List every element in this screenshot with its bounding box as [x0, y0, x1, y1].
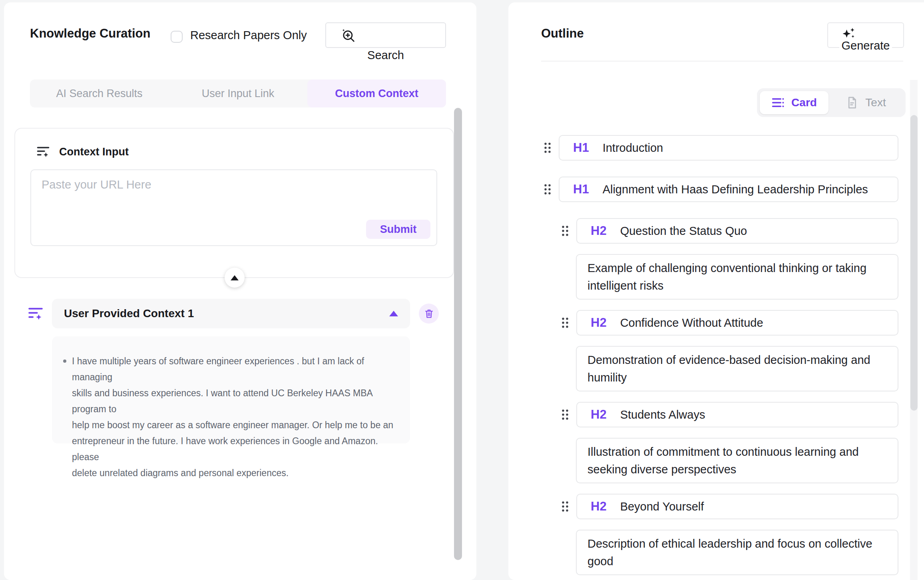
heading-level-badge: H2 [591, 224, 607, 238]
list-star-icon [27, 305, 44, 322]
page-title: Knowledge Curation [30, 26, 150, 41]
heading-level-badge: H1 [573, 141, 589, 155]
outline-scrollbar-thumb[interactable] [910, 115, 918, 411]
heading-level-badge: H2 [591, 407, 607, 422]
view-toggle: Card Text [757, 88, 906, 117]
magnifier-plus-sparkle-icon [341, 28, 356, 44]
outline-heading-card[interactable]: H1 Alignment with Haas Defining Leadersh… [559, 177, 898, 202]
heading-text: Beyond Yourself [620, 500, 704, 513]
trash-icon [424, 308, 434, 319]
outline-title: Outline [541, 26, 584, 41]
outline-row: Illustration of commitment to continuous… [508, 438, 924, 483]
tab-ai-search-results[interactable]: AI Search Results [30, 79, 169, 107]
knowledge-curation-panel: Knowledge Curation Research Papers Only … [4, 2, 476, 580]
search-button-label[interactable]: Search [325, 49, 446, 62]
tab-custom-context[interactable]: Custom Context [307, 79, 446, 107]
outline-heading-card[interactable]: H2 Question the Status Quo [576, 218, 898, 244]
collapse-context-input-button[interactable] [225, 268, 245, 288]
drag-handle-icon[interactable] [560, 408, 570, 421]
outline-heading-card[interactable]: H2 Confidence Without Attitude [576, 310, 898, 336]
outline-row: H2 Beyond Yourself [508, 494, 924, 519]
outline-row: H2 Students Always [508, 402, 924, 427]
outline-row: H2 Confidence Without Attitude [508, 310, 924, 336]
research-papers-checkbox[interactable] [171, 31, 183, 43]
heading-text: Alignment with Haas Defining Leadership … [603, 183, 868, 196]
outline-row: Demonstration of evidence-based decision… [508, 346, 924, 391]
user-provided-context-body: I have multiple years of software engine… [52, 336, 410, 443]
user-provided-context-title: User Provided Context 1 [64, 307, 194, 320]
search-button[interactable] [325, 22, 446, 48]
user-provided-context-header[interactable]: User Provided Context 1 [52, 299, 410, 328]
context-input-title: Context Input [59, 146, 129, 158]
outline-row: H1 Introduction [508, 135, 924, 161]
outline-panel: Outline Generate Card [508, 2, 924, 580]
left-panel-scrollbar-thumb[interactable] [454, 108, 462, 560]
toggle-text-view[interactable]: Text [828, 91, 903, 114]
document-icon [845, 96, 859, 109]
context-input-card: Context Input Submit [14, 128, 454, 278]
heading-text: Question the Status Quo [620, 224, 747, 238]
tab-user-input-link[interactable]: User Input Link [169, 79, 307, 107]
heading-level-badge: H2 [591, 316, 607, 330]
outline-heading-card[interactable]: H2 Beyond Yourself [576, 494, 898, 519]
delete-context-button[interactable] [419, 304, 439, 324]
heading-text: Students Always [620, 408, 705, 421]
outline-description-card[interactable]: Illustration of commitment to continuous… [576, 438, 898, 483]
list-star-icon [36, 145, 50, 159]
outline-row: H1 Alignment with Haas Defining Leadersh… [508, 177, 924, 202]
outline-row: Example of challenging conventional thin… [508, 254, 924, 300]
divider [541, 61, 903, 62]
outline-heading-card[interactable]: H1 Introduction [559, 135, 898, 161]
card-list-icon [771, 96, 785, 109]
outline-description-card[interactable]: Description of ethical leadership and fo… [576, 530, 898, 575]
heading-level-badge: H1 [573, 182, 589, 197]
generate-button-label[interactable]: Generate [827, 39, 904, 52]
toggle-card-view[interactable]: Card [760, 91, 828, 114]
research-papers-label: Research Papers Only [190, 29, 307, 42]
submit-button[interactable]: Submit [366, 220, 430, 239]
drag-handle-icon[interactable] [560, 316, 570, 329]
chevron-up-icon[interactable] [389, 311, 398, 316]
heading-level-badge: H2 [591, 499, 607, 514]
context-body-text: I have multiple years of software engine… [72, 353, 394, 443]
outline-row: H2 Question the Status Quo [508, 218, 924, 244]
drag-handle-icon[interactable] [560, 224, 570, 237]
drag-handle-icon[interactable] [560, 500, 570, 513]
outline-row: Description of ethical leadership and fo… [508, 530, 924, 575]
drag-handle-icon[interactable] [543, 183, 552, 196]
source-tabs: AI Search Results User Input Link Custom… [30, 79, 446, 107]
chevron-up-icon [231, 275, 239, 280]
heading-text: Introduction [603, 141, 663, 155]
outline-heading-card[interactable]: H2 Students Always [576, 402, 898, 427]
outline-description-card[interactable]: Demonstration of evidence-based decision… [576, 346, 898, 391]
outline-list: H1 Introduction H1 Alignment with Haas D… [508, 135, 924, 580]
outline-description-card[interactable]: Example of challenging conventional thin… [576, 254, 898, 300]
heading-text: Confidence Without Attitude [620, 316, 763, 330]
bullet-icon [63, 360, 66, 363]
drag-handle-icon[interactable] [543, 141, 552, 154]
